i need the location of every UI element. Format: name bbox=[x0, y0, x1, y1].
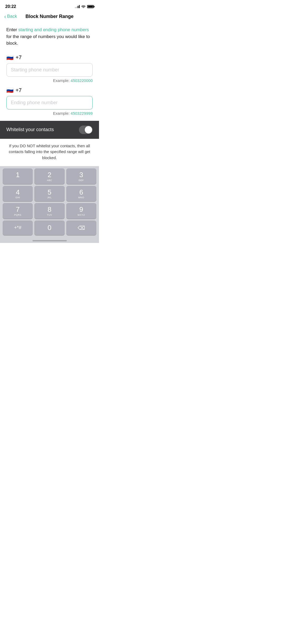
ending-country-code: +7 bbox=[16, 87, 22, 93]
starting-example-number: 4503220000 bbox=[71, 78, 93, 83]
home-indicator bbox=[0, 238, 99, 243]
ending-example-number: 4503229999 bbox=[71, 111, 93, 116]
status-time: 20:22 bbox=[5, 4, 16, 9]
nav-bar: ‹ Back Block Number Range bbox=[0, 12, 99, 21]
description-text: Enter starting and ending phone numbers … bbox=[6, 26, 93, 47]
starting-country-row: 🇷🇺 +7 bbox=[6, 54, 93, 61]
backspace-icon: ⌫ bbox=[78, 225, 85, 231]
key-8[interactable]: 8 TUV bbox=[34, 203, 64, 219]
description-prefix: Enter bbox=[6, 27, 18, 32]
ending-example-row: Example: 4503229999 bbox=[6, 111, 93, 116]
main-content: Enter starting and ending phone numbers … bbox=[0, 21, 99, 116]
key-0[interactable]: 0 bbox=[34, 220, 64, 235]
whitelist-toggle[interactable] bbox=[79, 126, 93, 134]
keyboard-row-4: +*# 0 ⌫ bbox=[1, 220, 98, 235]
key-backspace[interactable]: ⌫ bbox=[66, 220, 96, 235]
keyboard-row-2: 4 GHI 5 JKL 6 MNO bbox=[1, 186, 98, 202]
starting-phone-section: 🇷🇺 +7 Starting phone number Example: 450… bbox=[6, 54, 93, 83]
signal-icon bbox=[75, 5, 80, 8]
key-3[interactable]: 3 DEF bbox=[66, 168, 96, 184]
back-chevron-icon: ‹ bbox=[4, 14, 6, 19]
keyboard-row-3: 7 PQRS 8 TUV 9 WXYZ bbox=[1, 203, 98, 219]
status-bar: 20:22 bbox=[0, 0, 99, 12]
ending-example-prefix: Example: bbox=[53, 111, 71, 116]
key-6[interactable]: 6 MNO bbox=[66, 186, 96, 202]
key-4[interactable]: 4 GHI bbox=[3, 186, 33, 202]
keyboard-row-1: 1 2 ABC 3 DEF bbox=[1, 168, 98, 184]
home-bar bbox=[32, 240, 67, 241]
starting-example-row: Example: 4503220000 bbox=[6, 78, 93, 83]
whitelist-section: Whitelist your contacts bbox=[0, 121, 99, 139]
whitelist-description: If you DO NOT whitelist your contacts, t… bbox=[0, 139, 99, 167]
starting-phone-placeholder: Starting phone number bbox=[11, 67, 59, 72]
description-suffix: for the range of numbers you would like … bbox=[6, 34, 90, 46]
ending-phone-input[interactable]: Ending phone number bbox=[6, 96, 93, 109]
numeric-keyboard: 1 2 ABC 3 DEF 4 GHI 5 JKL 6 MNO 7 PQRS bbox=[0, 166, 99, 238]
key-1[interactable]: 1 bbox=[3, 168, 33, 184]
starting-phone-input[interactable]: Starting phone number bbox=[6, 63, 93, 77]
key-2[interactable]: 2 ABC bbox=[34, 168, 64, 184]
ending-flag-icon: 🇷🇺 bbox=[6, 87, 13, 94]
key-7[interactable]: 7 PQRS bbox=[3, 203, 33, 219]
toggle-knob bbox=[85, 126, 92, 134]
key-special[interactable]: +*# bbox=[3, 220, 33, 235]
battery-icon bbox=[87, 5, 94, 8]
ending-phone-section: 🇷🇺 +7 Ending phone number Example: 45032… bbox=[6, 87, 93, 116]
key-9[interactable]: 9 WXYZ bbox=[66, 203, 96, 219]
back-button[interactable]: ‹ Back bbox=[4, 14, 17, 19]
whitelist-label: Whitelist your contacts bbox=[6, 127, 54, 132]
ending-phone-placeholder: Ending phone number bbox=[11, 100, 58, 105]
status-icons bbox=[75, 5, 94, 9]
whitelist-description-text: If you DO NOT whitelist your contacts, t… bbox=[9, 144, 90, 160]
key-5[interactable]: 5 JKL bbox=[34, 186, 64, 202]
description-highlight: starting and ending phone numbers bbox=[18, 27, 89, 32]
wifi-icon bbox=[81, 5, 86, 9]
starting-flag-icon: 🇷🇺 bbox=[6, 54, 13, 61]
starting-example-prefix: Example: bbox=[53, 78, 71, 83]
ending-country-row: 🇷🇺 +7 bbox=[6, 87, 93, 94]
starting-country-code: +7 bbox=[16, 54, 22, 61]
back-label: Back bbox=[7, 14, 17, 19]
page-title: Block Number Range bbox=[25, 14, 73, 19]
